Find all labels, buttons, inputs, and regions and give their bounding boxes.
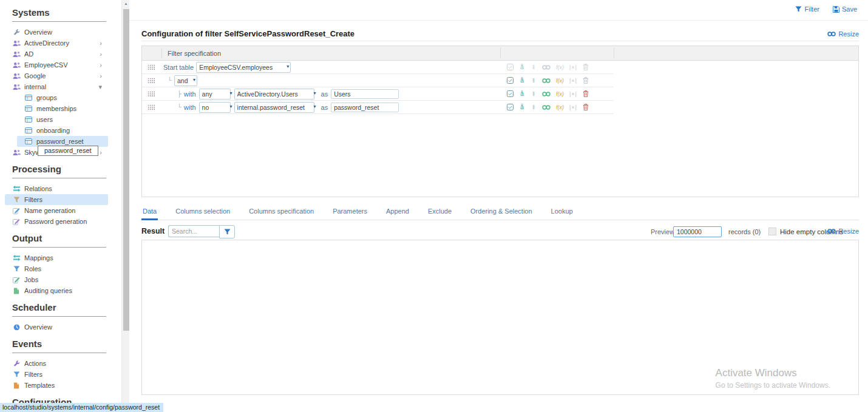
sidebar-item-ad[interactable]: AD› bbox=[5, 49, 108, 59]
chevron-right-icon[interactable]: › bbox=[100, 51, 102, 58]
funnel-icon bbox=[12, 196, 21, 203]
sidebar-item-roles[interactable]: Roles bbox=[5, 263, 108, 274]
brackets-icon[interactable]: |×| bbox=[569, 78, 577, 84]
sidebar-item-label: memberships bbox=[36, 105, 76, 112]
pipes-icon[interactable]: ‖ bbox=[531, 64, 537, 70]
alias-input[interactable] bbox=[331, 89, 399, 99]
sidebar-item-label: users bbox=[36, 116, 53, 123]
link-icon[interactable] bbox=[542, 65, 551, 70]
tab-columns-selection[interactable]: Columns selection bbox=[174, 205, 231, 220]
chevron-right-icon[interactable]: › bbox=[100, 62, 102, 69]
sidebar-item-password-generation[interactable]: Password generation bbox=[5, 216, 108, 227]
trash-icon[interactable] bbox=[583, 104, 589, 110]
tab-ordering-selection[interactable]: Ordering & Selection bbox=[469, 205, 534, 220]
sidebar-item-users[interactable]: users bbox=[17, 114, 108, 125]
sidebar-item-onboarding[interactable]: onboarding bbox=[17, 125, 108, 136]
link-icon[interactable] bbox=[542, 78, 551, 83]
sidebar-item-overview[interactable]: Overview bbox=[5, 27, 108, 38]
table-select[interactable]: internal.password_reset bbox=[234, 102, 314, 113]
pipes-icon[interactable]: ‖ bbox=[531, 104, 537, 110]
table-icon bbox=[24, 127, 33, 134]
drag-handle-icon[interactable] bbox=[147, 64, 155, 70]
search-input[interactable] bbox=[168, 225, 219, 237]
filter-button[interactable]: Filter bbox=[795, 5, 819, 13]
section-divider bbox=[12, 178, 106, 178]
fx-icon[interactable]: f(x) bbox=[556, 78, 564, 84]
quantifier-select[interactable]: no bbox=[199, 102, 231, 113]
sidebar-item-jobs[interactable]: Jobs bbox=[5, 274, 108, 285]
hide-empty-columns-checkbox[interactable] bbox=[768, 228, 776, 235]
drag-handle-icon[interactable] bbox=[147, 91, 155, 96]
chevron-right-icon[interactable]: › bbox=[100, 149, 102, 156]
sidebar-item-filters[interactable]: Filters bbox=[5, 369, 108, 380]
sidebar-item-groups[interactable]: groups bbox=[17, 92, 108, 103]
save-icon bbox=[833, 6, 839, 13]
tab-parameters[interactable]: Parameters bbox=[331, 205, 368, 220]
chevron-right-icon[interactable]: › bbox=[100, 73, 102, 79]
sidebar-item-overview[interactable]: Overview bbox=[5, 322, 108, 333]
validate-icon[interactable]: å bbox=[519, 77, 525, 84]
sidebar-item-internal[interactable]: internal▾ bbox=[5, 81, 108, 92]
chevron-down-icon[interactable]: ▾ bbox=[98, 84, 102, 90]
sidebar-item-skyward[interactable]: Skyward›password_reset bbox=[5, 147, 108, 158]
sidebar-item-memberships[interactable]: memberships bbox=[17, 103, 108, 114]
fx-icon[interactable]: f(x) bbox=[556, 91, 564, 97]
link-icon[interactable] bbox=[542, 105, 551, 110]
trash-icon[interactable] bbox=[583, 77, 589, 84]
drag-handle-icon[interactable] bbox=[147, 78, 155, 83]
sidebar-item-name-generation[interactable]: Name generation bbox=[5, 205, 108, 216]
search-filter-button[interactable] bbox=[219, 225, 235, 238]
validate-icon[interactable]: å bbox=[519, 90, 525, 97]
scrollbar-thumb[interactable] bbox=[123, 9, 129, 331]
tab-data[interactable]: Data bbox=[141, 205, 158, 220]
sidebar-item-auditing-queries[interactable]: Auditing queries bbox=[5, 285, 108, 296]
save-button[interactable]: Save bbox=[833, 5, 857, 13]
checkbox-icon[interactable] bbox=[507, 104, 514, 110]
preview-count-input[interactable] bbox=[673, 226, 722, 237]
sidebar-item-employeecsv[interactable]: EmployeeCSV› bbox=[5, 59, 108, 70]
sidebar-item-activedirectory[interactable]: ActiveDirectory› bbox=[5, 38, 108, 49]
checkbox-icon[interactable] bbox=[507, 64, 514, 70]
sidebar-item-label: Google bbox=[24, 72, 46, 79]
fx-icon[interactable]: f(x) bbox=[556, 104, 564, 110]
pipes-icon[interactable]: ‖ bbox=[531, 91, 537, 97]
validate-icon[interactable]: å bbox=[519, 104, 525, 110]
sidebar-item-label: Overview bbox=[24, 29, 52, 36]
link-icon[interactable] bbox=[542, 92, 551, 96]
brackets-icon[interactable]: |×| bbox=[569, 104, 577, 110]
table-select[interactable]: ActiveDirectory.Users bbox=[234, 89, 314, 100]
sidebar-item-filters[interactable]: Filters bbox=[5, 194, 108, 205]
drag-handle-icon[interactable] bbox=[147, 104, 155, 110]
checkbox-icon[interactable] bbox=[507, 90, 514, 97]
table-icon bbox=[24, 105, 33, 112]
quantifier-select[interactable]: any bbox=[199, 89, 231, 100]
sidebar-item-mappings[interactable]: Mappings bbox=[5, 252, 108, 263]
sidebar-item-relations[interactable]: Relations bbox=[5, 183, 108, 194]
pipes-icon[interactable]: ‖ bbox=[531, 78, 537, 84]
brackets-icon[interactable]: |×| bbox=[569, 64, 577, 70]
checkbox-icon[interactable] bbox=[507, 77, 514, 84]
tab-lookup[interactable]: Lookup bbox=[550, 205, 574, 220]
resize-filter-panel-button[interactable]: Resize bbox=[827, 30, 859, 38]
alias-input[interactable] bbox=[331, 103, 399, 112]
sidebar-item-actions[interactable]: Actions bbox=[5, 358, 108, 369]
tab-columns-specification[interactable]: Columns specification bbox=[248, 205, 315, 220]
validate-icon[interactable]: å bbox=[519, 64, 525, 70]
arrows-icon bbox=[12, 254, 21, 262]
chevron-right-icon[interactable]: › bbox=[100, 40, 102, 47]
tab-exclude[interactable]: Exclude bbox=[427, 205, 453, 220]
operator-select[interactable]: and bbox=[174, 75, 197, 86]
sidebar-item-label: Name generation bbox=[24, 207, 75, 214]
brackets-icon[interactable]: |×| bbox=[569, 91, 577, 97]
sidebar-item-templates[interactable]: Templates bbox=[5, 380, 108, 391]
fx-icon[interactable]: f(x) bbox=[556, 64, 564, 70]
sidebar-item-label: Jobs bbox=[24, 276, 38, 283]
tab-append[interactable]: Append bbox=[385, 205, 410, 220]
sidebar-item-google[interactable]: Google› bbox=[5, 70, 108, 81]
resize-result-panel-button[interactable]: Resize bbox=[827, 228, 859, 235]
sidebar-scrollbar[interactable]: ▲ bbox=[121, 0, 129, 412]
trash-icon[interactable] bbox=[583, 64, 589, 70]
trash-icon[interactable] bbox=[583, 90, 589, 97]
start-table-select[interactable]: EmployeeCSV.employees bbox=[196, 62, 291, 73]
row-actions: å‖f(x)|×| bbox=[507, 104, 589, 110]
